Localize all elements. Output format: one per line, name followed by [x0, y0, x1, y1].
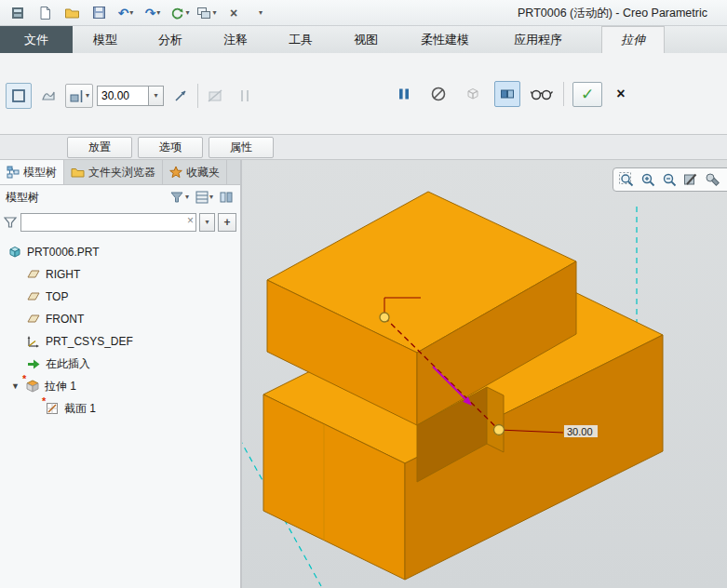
zoom-in-button[interactable] — [639, 170, 657, 189]
expander-icon[interactable]: ▼ — [11, 381, 20, 391]
tree-display-caret-icon: ▾ — [209, 194, 213, 201]
attached-preview-button[interactable] — [494, 81, 520, 107]
tab-tools[interactable]: 工具 — [268, 26, 333, 53]
tab-extrude-active[interactable]: 拉伸 — [601, 26, 665, 53]
tab-view[interactable]: 视图 — [333, 26, 398, 53]
solid-toggle-button[interactable] — [6, 83, 32, 109]
pause-icon — [397, 87, 411, 101]
redo-button[interactable]: ↷ ▾ — [141, 3, 165, 23]
tree-item-front-plane[interactable]: FRONT — [0, 308, 240, 330]
remove-material-button[interactable] — [202, 83, 228, 109]
app-logo-icon[interactable] — [6, 3, 30, 23]
redo-icon: ↷ — [145, 7, 156, 20]
close-window-button[interactable]: × — [222, 3, 246, 23]
depth-value-caret-icon: ▾ — [155, 92, 158, 100]
favorites-star-icon — [169, 166, 182, 179]
panel-tab-placement[interactable]: 放置 — [67, 137, 132, 158]
undo-icon: ↶ — [118, 7, 129, 20]
tree-display-button[interactable]: ▾ — [194, 189, 215, 206]
tree-item-extrude-1[interactable]: ▼ * 拉伸 1 — [0, 375, 240, 397]
extrude-dashboard: ▾ ▾ — [0, 53, 727, 135]
depth-option-dropdown[interactable]: ▾ — [65, 84, 93, 108]
open-file-button[interactable] — [60, 3, 84, 23]
confirm-feature-button[interactable]: ✓ — [572, 82, 602, 107]
nav-tab-folder-browser[interactable]: 文件夹浏览器 — [64, 160, 163, 184]
tab-file[interactable]: 文件 — [0, 26, 73, 53]
folder-browser-icon — [71, 167, 85, 178]
depth-value-dropdown[interactable]: ▾ — [149, 86, 164, 106]
depth-drag-handle-end[interactable] — [494, 425, 505, 435]
tab-flexible-modeling[interactable]: 柔性建模 — [398, 26, 491, 53]
navigator-panel: 模型树 文件夹浏览器 收藏夹 模型树 ▾ ▾ — [0, 160, 242, 588]
nav-tab-label: 收藏夹 — [186, 165, 220, 180]
search-caret-icon: ▾ — [205, 219, 209, 226]
surface-toggle-button[interactable] — [35, 83, 61, 109]
model-tree-header: 模型树 ▾ ▾ — [0, 185, 240, 209]
tree-item-label: FRONT — [46, 313, 84, 326]
nav-tab-label: 文件夹浏览器 — [88, 165, 155, 180]
tree-item-section-1[interactable]: * 截面 1 — [0, 397, 240, 420]
datum-plane-icon — [26, 289, 41, 304]
tree-search-input[interactable] — [20, 213, 196, 232]
nav-tab-favorites[interactable]: 收藏夹 — [163, 160, 227, 184]
graphics-canvas[interactable]: 30.00 — [242, 160, 727, 588]
tree-filters-button[interactable]: ▾ — [168, 189, 191, 206]
cancel-feature-button[interactable]: × — [611, 84, 631, 104]
depth-drag-handle-start[interactable] — [380, 313, 389, 322]
new-file-button[interactable] — [33, 3, 57, 23]
tab-analysis[interactable]: 分析 — [138, 26, 203, 53]
tab-model[interactable]: 模型 — [73, 26, 138, 53]
graphics-area[interactable]: 30.00 — [242, 160, 727, 588]
depth-value-input[interactable] — [97, 86, 149, 106]
tree-item-part-root[interactable]: PRT0006.PRT — [0, 241, 240, 263]
tree-item-insert-here[interactable]: 在此插入 — [0, 353, 240, 375]
flip-direction-button[interactable] — [168, 83, 194, 109]
tab-annotate[interactable]: 注释 — [203, 26, 268, 53]
regenerate-button[interactable]: ▾ — [168, 3, 192, 23]
ribbon-tab-bar: 文件 模型 分析 注释 工具 视图 柔性建模 应用程序 拉伸 — [0, 26, 727, 53]
search-dropdown-button[interactable]: ▾ — [199, 213, 215, 232]
window-switch-button[interactable]: ▾ — [195, 3, 219, 23]
verify-preview-button[interactable] — [529, 81, 555, 107]
panel-tab-properties[interactable]: 属性 — [209, 137, 274, 158]
search-add-button[interactable]: + — [218, 213, 236, 232]
save-button[interactable] — [87, 3, 111, 23]
tree-item-label: PRT0006.PRT — [27, 246, 100, 259]
nav-tab-model-tree[interactable]: 模型树 — [0, 160, 64, 184]
tree-columns-icon — [220, 191, 233, 204]
window-switch-dropdown[interactable]: ▾ — [212, 9, 216, 17]
sketch-icon: * — [45, 401, 60, 416]
tree-columns-button[interactable] — [218, 189, 235, 206]
repaint-button[interactable] — [681, 170, 700, 189]
zoom-out-button[interactable] — [660, 170, 679, 189]
regenerate-icon — [169, 6, 184, 20]
notch-side-wall-face[interactable] — [487, 387, 504, 452]
refit-button[interactable] — [617, 170, 636, 189]
saved-orientations-button[interactable] — [703, 170, 721, 189]
no-preview-button[interactable] — [425, 81, 451, 107]
windows-icon — [196, 7, 211, 20]
tree-item-top-plane[interactable]: TOP — [0, 286, 240, 308]
qat-customize-button[interactable]: ▾ — [249, 3, 273, 23]
new-file-icon — [38, 6, 52, 20]
depth-dimension-label[interactable]: 30.00 — [567, 426, 593, 437]
extrude-model[interactable] — [263, 192, 663, 580]
thicken-sketch-button[interactable] — [232, 83, 258, 109]
redo-dropdown[interactable]: ▾ — [156, 9, 160, 17]
repaint-icon — [682, 171, 699, 188]
undo-dropdown[interactable]: ▾ — [129, 9, 133, 17]
unattached-preview-button[interactable] — [460, 81, 486, 107]
regenerate-dropdown[interactable]: ▾ — [185, 9, 189, 17]
tree-item-right-plane[interactable]: RIGHT — [0, 263, 240, 286]
search-clear-icon[interactable]: × — [187, 215, 194, 226]
tree-item-csys[interactable]: PRT_CSYS_DEF — [0, 330, 240, 353]
datum-plane-icon — [26, 312, 41, 327]
panel-tab-options[interactable]: 选项 — [138, 137, 203, 158]
csys-icon — [26, 334, 41, 349]
undo-button[interactable]: ↶ ▾ — [114, 3, 138, 23]
pause-button[interactable] — [391, 81, 417, 107]
tab-applications[interactable]: 应用程序 — [491, 26, 585, 53]
cancel-icon: × — [616, 86, 625, 102]
creo-parametric-window: ↶ ▾ ↷ ▾ ▾ ▾ × ▾ PRT0006 (活动的) - Creo Par… — [0, 0, 727, 588]
edit-marker: * — [22, 374, 26, 384]
